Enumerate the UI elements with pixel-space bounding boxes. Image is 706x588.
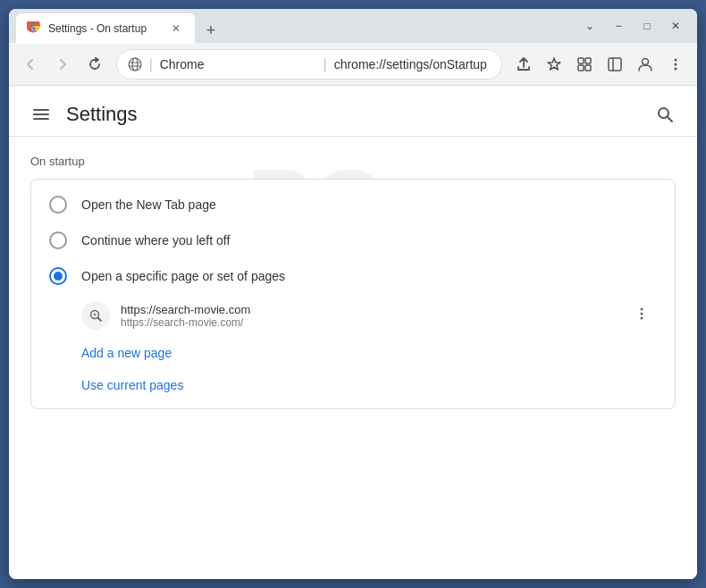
hamburger-icon xyxy=(32,105,50,123)
svg-point-3 xyxy=(129,58,141,71)
sidebar-icon xyxy=(607,56,623,72)
radio-inner-dot xyxy=(54,272,63,281)
svg-rect-8 xyxy=(585,58,591,63)
radio-specific xyxy=(49,267,67,285)
bookmark-button[interactable] xyxy=(540,50,568,79)
tab-title: Settings - On startup xyxy=(48,22,161,35)
profile-icon xyxy=(637,56,653,72)
option-specific-label: Open a specific page or set of pages xyxy=(81,269,285,283)
sidebar-toggle-button[interactable] xyxy=(601,50,629,79)
svg-rect-11 xyxy=(609,58,621,71)
option-continue[interactable]: Continue where you left off xyxy=(31,223,675,258)
new-tab-button[interactable]: + xyxy=(198,18,223,43)
menu-dots-icon xyxy=(668,56,684,72)
page-url-sub: https://search-movie.com/ xyxy=(121,316,616,329)
chrome-menu-button[interactable] xyxy=(661,50,690,79)
svg-point-2 xyxy=(32,27,36,30)
close-button[interactable]: ✕ xyxy=(663,16,688,36)
svg-line-21 xyxy=(668,117,672,122)
page-menu-dots-icon xyxy=(634,306,650,322)
svg-line-23 xyxy=(98,318,102,322)
radio-continue xyxy=(49,231,67,249)
settings-search-button[interactable] xyxy=(651,100,679,129)
page-url-main: https://search-movie.com xyxy=(121,303,616,316)
svg-point-25 xyxy=(641,307,643,310)
window-controls: ⌄ − □ ✕ xyxy=(577,16,688,36)
back-button[interactable] xyxy=(16,50,45,79)
svg-point-16 xyxy=(675,67,677,70)
settings-menu-button[interactable] xyxy=(27,100,55,129)
svg-point-15 xyxy=(675,63,677,65)
svg-rect-10 xyxy=(585,65,591,71)
settings-title: Settings xyxy=(66,103,138,126)
browser-window: Settings - On startup ✕ + ⌄ − □ ✕ xyxy=(9,9,697,579)
page-entry-text: https://search-movie.com https://search-… xyxy=(121,303,616,329)
settings-body: PC 4.COM On startup Open the New Tab pag… xyxy=(9,137,697,427)
back-icon xyxy=(22,56,38,72)
add-new-page-link[interactable]: Add a new page xyxy=(31,337,675,369)
reload-button[interactable] xyxy=(80,50,109,79)
page-entry: https://search-movie.com https://search-… xyxy=(31,294,675,337)
window-dropdown-button[interactable]: ⌄ xyxy=(577,16,602,36)
svg-point-4 xyxy=(132,58,138,71)
search-page-icon xyxy=(88,308,103,323)
page-entry-icon xyxy=(81,301,110,330)
tab-close-button[interactable]: ✕ xyxy=(168,21,184,37)
address-bar[interactable]: | Chrome | chrome://settings/onStartup xyxy=(116,49,502,80)
maximize-button[interactable]: □ xyxy=(635,16,660,36)
svg-point-26 xyxy=(641,312,643,315)
section-label: On startup xyxy=(30,155,676,168)
address-url: chrome://settings/onStartup xyxy=(334,57,491,71)
option-specific[interactable]: Open a specific page or set of pages xyxy=(31,258,675,294)
settings-header-left: Settings xyxy=(27,100,138,129)
active-tab[interactable]: Settings - On startup ✕ xyxy=(16,13,195,44)
svg-point-13 xyxy=(643,58,649,64)
minimize-button[interactable]: − xyxy=(606,16,631,36)
svg-point-24 xyxy=(94,314,97,316)
toolbar: | Chrome | chrome://settings/onStartup xyxy=(9,43,697,86)
reload-icon xyxy=(87,56,103,72)
share-icon xyxy=(516,56,532,72)
page-content: Settings PC 4.COM On startup O xyxy=(9,86,697,579)
option-new-tab[interactable]: Open the New Tab page xyxy=(31,187,675,223)
option-continue-label: Continue where you left off xyxy=(81,233,230,248)
extensions-button[interactable] xyxy=(570,50,599,79)
share-button[interactable] xyxy=(509,50,538,79)
profile-button[interactable] xyxy=(631,50,660,79)
title-bar: Settings - On startup ✕ + ⌄ − □ ✕ xyxy=(9,9,697,43)
svg-rect-7 xyxy=(578,58,584,63)
settings-search-icon xyxy=(656,105,674,123)
radio-new-tab xyxy=(49,196,67,214)
forward-button[interactable] xyxy=(48,50,77,79)
use-current-pages-link[interactable]: Use current pages xyxy=(31,369,675,401)
address-separator-2: | xyxy=(324,57,327,71)
star-icon xyxy=(546,56,562,72)
option-new-tab-label: Open the New Tab page xyxy=(81,197,216,212)
forward-icon xyxy=(55,56,71,72)
chrome-tab-icon xyxy=(27,21,41,36)
chrome-address-icon xyxy=(128,57,142,71)
svg-point-14 xyxy=(675,58,677,61)
browser-name: Chrome xyxy=(160,57,316,71)
page-entry-menu-button[interactable] xyxy=(626,302,657,330)
toolbar-actions xyxy=(509,50,690,79)
settings-header: Settings xyxy=(9,86,697,137)
startup-card: Open the New Tab page Continue where you… xyxy=(30,179,676,409)
svg-point-27 xyxy=(641,316,643,319)
svg-rect-9 xyxy=(578,65,584,71)
extensions-icon xyxy=(576,56,593,72)
address-separator: | xyxy=(149,57,153,71)
